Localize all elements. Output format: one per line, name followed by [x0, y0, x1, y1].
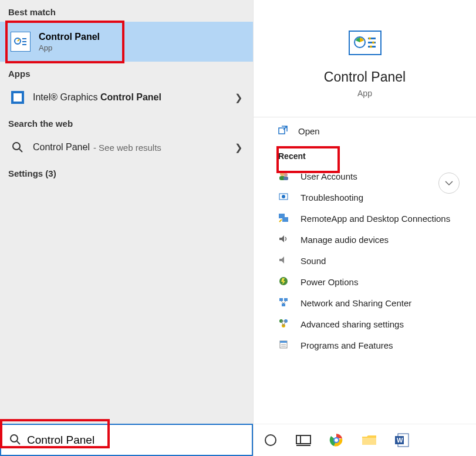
right-sub: App [254, 89, 476, 98]
taskbar-chrome[interactable] [326, 430, 346, 450]
taskbar-taskview[interactable] [293, 430, 313, 450]
svg-point-16 [369, 38, 371, 40]
svg-rect-46 [296, 435, 310, 444]
svg-rect-6 [13, 93, 22, 102]
audio-icon [278, 234, 290, 245]
svg-point-17 [372, 42, 374, 44]
web-item-text: Control Panel [33, 142, 90, 153]
svg-rect-2 [22, 38, 26, 39]
svg-line-34 [283, 301, 286, 303]
network-icon [278, 297, 290, 309]
svg-rect-4 [22, 44, 26, 45]
apps-item-text: Intel® Graphics Control Panel [33, 92, 161, 103]
svg-rect-14 [368, 42, 376, 43]
svg-rect-31 [284, 298, 288, 301]
recent-item-network[interactable]: Network and Sharing Center [254, 292, 476, 313]
recent-label: Recent [254, 144, 476, 165]
svg-point-18 [370, 46, 372, 48]
svg-rect-28 [282, 217, 288, 222]
search-input[interactable] [27, 434, 238, 447]
web-item-suffix: - See web results [93, 143, 161, 153]
recent-item-label: Troubleshooting [301, 192, 363, 202]
programs-icon [278, 339, 290, 351]
taskbar-cortana[interactable] [261, 430, 281, 450]
recent-item-label: User Accounts [301, 171, 357, 181]
remoteapp-icon [278, 212, 290, 224]
apps-item-intel[interactable]: Intel® Graphics Control Panel ❯ [0, 83, 253, 112]
svg-rect-24 [283, 177, 288, 180]
intel-icon [11, 90, 25, 104]
svg-rect-44 [281, 346, 286, 347]
apps-label: Apps [0, 62, 253, 83]
open-icon [278, 126, 289, 136]
best-match-label: Best match [0, 0, 253, 22]
taskbar-explorer[interactable] [359, 430, 379, 450]
control-panel-large-icon [349, 31, 382, 55]
svg-text:W: W [397, 437, 403, 444]
chevron-right-icon: ❯ [235, 92, 242, 103]
chevron-down-icon [444, 178, 454, 188]
recent-item-remoteapp[interactable]: RemoteApp and Desktop Connections [254, 208, 476, 229]
web-label: Search the web [0, 112, 253, 133]
svg-rect-43 [281, 344, 286, 345]
recent-item-label: Advanced sharing settings [301, 319, 404, 329]
web-item[interactable]: Control Panel - See web results ❯ [0, 133, 253, 161]
control-panel-icon [11, 32, 31, 52]
chevron-right-icon: ❯ [235, 142, 242, 153]
svg-rect-32 [282, 303, 285, 306]
svg-point-21 [280, 171, 285, 176]
recent-item-audio[interactable]: Manage audio devices [254, 229, 476, 250]
svg-point-51 [335, 438, 338, 442]
recent-item-label: RemoteApp and Desktop Connections [301, 214, 450, 224]
search-icon [9, 434, 22, 447]
recent-item-label: Manage audio devices [301, 235, 389, 245]
expand-button[interactable] [438, 173, 460, 194]
svg-line-33 [281, 301, 283, 303]
sound-icon [278, 255, 290, 266]
best-match-item[interactable]: Control Panel App [0, 22, 253, 62]
recent-item-label: Programs and Features [301, 340, 393, 350]
recent-item-sharing[interactable]: Advanced sharing settings [254, 313, 476, 335]
recent-item-programs[interactable]: Programs and Features [254, 335, 476, 356]
svg-line-8 [19, 149, 22, 152]
svg-rect-3 [22, 41, 26, 42]
svg-point-26 [282, 195, 285, 198]
open-action[interactable]: Open [254, 117, 476, 144]
svg-rect-52 [362, 438, 376, 445]
svg-rect-42 [280, 341, 287, 343]
recent-item-label: Network and Sharing Center [301, 298, 411, 308]
best-match-title: Control Panel [39, 32, 100, 42]
open-label: Open [298, 126, 320, 136]
svg-point-23 [284, 173, 288, 177]
recent-item-label: Sound [301, 256, 326, 266]
troubleshooting-icon [278, 191, 290, 203]
settings-label[interactable]: Settings (3) [0, 161, 253, 185]
best-match-sub: App [39, 43, 100, 52]
recent-item-power[interactable]: Power Options [254, 271, 476, 292]
search-bar[interactable] [0, 424, 253, 456]
recent-item-sound[interactable]: Sound [254, 250, 476, 271]
power-icon [278, 276, 290, 288]
svg-point-7 [13, 143, 20, 150]
sharing-icon [278, 318, 290, 330]
right-title: Control Panel [254, 69, 476, 85]
user-accounts-icon [278, 170, 290, 182]
recent-item-label: Power Options [301, 277, 358, 287]
svg-rect-30 [279, 298, 283, 301]
taskbar-word[interactable]: W [392, 430, 412, 450]
search-icon [11, 140, 25, 154]
svg-point-45 [265, 435, 276, 445]
taskbar: W [254, 424, 476, 456]
svg-point-9 [11, 435, 18, 442]
svg-line-10 [17, 441, 20, 444]
